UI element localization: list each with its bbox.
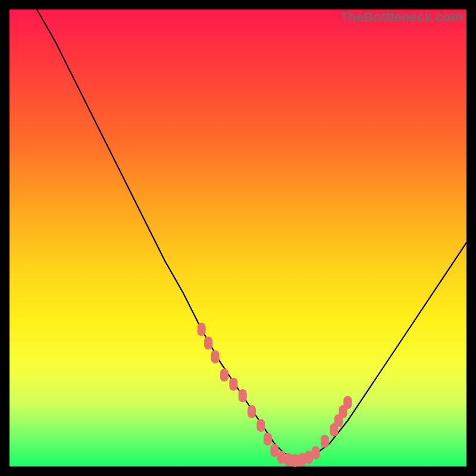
marker-dot (248, 405, 256, 418)
marker-dot (229, 378, 237, 391)
bottleneck-curve (37, 10, 466, 460)
marker-dot (312, 446, 320, 459)
plot-area: TheBottleneck.com (10, 10, 466, 466)
marker-dot (256, 419, 265, 432)
marker-dot (220, 368, 228, 381)
marker-dot (343, 396, 352, 409)
marker-dot (264, 433, 272, 446)
chart-frame: TheBottleneck.com (0, 0, 476, 476)
chart-svg (10, 10, 466, 466)
marker-dot (239, 389, 247, 402)
marker-dot (204, 337, 212, 350)
marker-dot (198, 323, 206, 336)
marker-group (198, 323, 352, 467)
marker-dot (211, 350, 220, 364)
marker-dot (321, 435, 329, 448)
